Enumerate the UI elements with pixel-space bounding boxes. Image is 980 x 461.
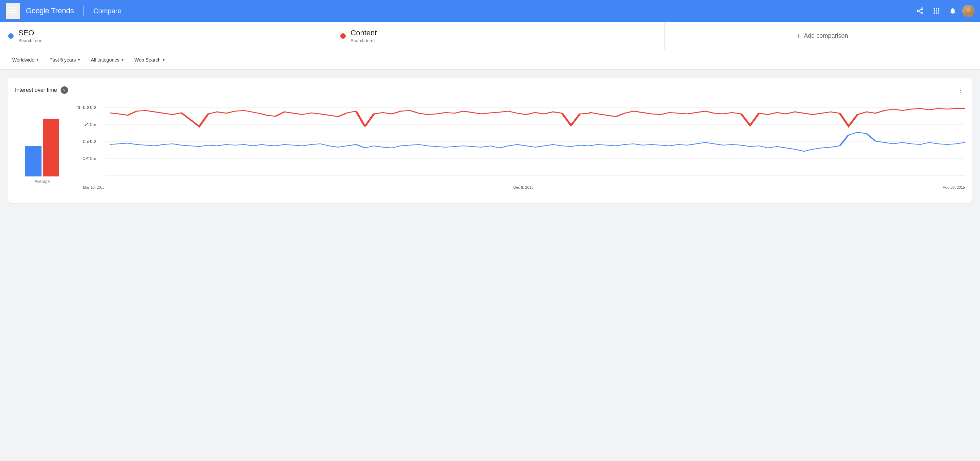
share-icon[interactable] [913,4,927,18]
svg-rect-13 [938,10,940,11]
chart-container: Average 100 75 50 25 [15,101,965,196]
search-term-content[interactable]: Content Search term [332,22,664,50]
svg-rect-16 [938,13,940,14]
filters-bar: Worldwide ▾ Past 5 years ▾ All categorie… [0,50,980,70]
menu-icon[interactable] [5,3,21,19]
svg-rect-9 [936,8,937,10]
content-type: Search term [350,38,377,43]
seo-info: SEO Search term [18,29,43,43]
svg-line-7 [919,9,921,11]
chart-sidebar: Average [15,101,69,196]
location-filter[interactable]: Worldwide ▾ [8,54,43,65]
svg-text:100: 100 [76,105,96,110]
header-divider [83,6,84,16]
apps-icon[interactable] [930,4,943,18]
svg-rect-14 [934,13,935,14]
search-type-filter[interactable]: Web Search ▾ [130,54,169,65]
card-title-row: Interest over time ? [15,86,68,94]
line-chart-svg: 100 75 50 25 [69,101,965,182]
notifications-icon[interactable] [946,4,959,18]
location-label: Worldwide [12,57,34,63]
svg-rect-10 [938,8,940,10]
bar-label: Average [35,179,50,184]
location-chevron: ▾ [37,57,38,62]
svg-point-17 [966,7,971,12]
content-name: Content [350,29,377,37]
content-info: Content Search term [350,29,377,43]
svg-rect-15 [936,13,937,14]
svg-point-4 [917,10,920,12]
seo-type: Search term [18,38,43,43]
logo: Google Trends [26,6,74,15]
header-actions [913,4,975,18]
search-term-seo[interactable]: SEO Search term [0,22,332,50]
trends-wordmark: Trends [49,6,74,15]
svg-line-6 [919,11,921,13]
interest-over-time-card: Interest over time ? ⋮ Average [8,78,972,203]
google-wordmark: Google [26,6,49,15]
bar-seo [25,146,41,176]
x-label-2: Aug 30, 2015 [943,185,965,189]
category-chevron: ▾ [121,57,124,62]
svg-text:50: 50 [82,139,96,144]
bar-content [43,119,59,176]
x-axis-labels: Mar 18, 20... Dec 8, 2013 Aug 30, 2015 [69,184,965,191]
x-label-0: Mar 18, 20... [83,185,104,189]
content-dot [340,33,346,39]
time-label: Past 5 years [49,57,76,63]
svg-rect-1 [9,10,17,11]
svg-point-5 [921,12,923,14]
seo-dot [8,33,14,39]
seo-name: SEO [18,29,43,37]
help-icon[interactable]: ? [60,86,68,94]
time-chevron: ▾ [78,57,80,62]
search-terms-bar: SEO Search term Content Search term + Ad… [0,22,980,50]
bar-chart [25,108,59,176]
search-type-chevron: ▾ [163,57,165,62]
line-chart-area: 100 75 50 25 Mar 18, 20... Dec 8, 2013 A… [69,101,965,196]
card-title: Interest over time [15,87,57,93]
card-menu-icon[interactable]: ⋮ [956,85,965,95]
svg-point-18 [964,13,973,17]
svg-rect-2 [9,12,17,13]
svg-rect-12 [936,10,937,11]
svg-text:75: 75 [82,122,96,127]
svg-rect-11 [934,10,935,11]
add-comparison-label: Add comparison [804,32,848,40]
page-title: Compare [93,7,121,15]
avatar[interactable] [962,5,975,17]
search-type-label: Web Search [134,57,161,63]
svg-rect-8 [934,8,935,10]
red-line [110,108,965,127]
svg-point-3 [921,8,923,10]
svg-text:25: 25 [82,156,96,161]
add-plus-icon: + [796,31,801,41]
x-label-1: Dec 8, 2013 [513,185,533,189]
header: Google Trends Compare [0,0,980,22]
main-content: Interest over time ? ⋮ Average [0,70,980,211]
add-comparison-cell[interactable]: + Add comparison [665,22,980,50]
time-filter[interactable]: Past 5 years ▾ [45,54,84,65]
category-label: All categories [91,57,119,63]
card-header: Interest over time ? ⋮ [15,85,965,95]
category-filter[interactable]: All categories ▾ [87,54,127,65]
svg-rect-0 [9,8,17,8]
